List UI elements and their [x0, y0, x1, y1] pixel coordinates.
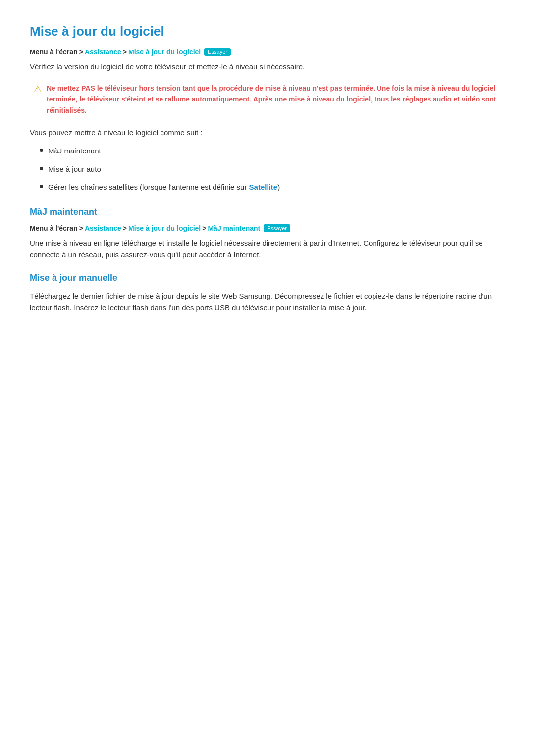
warning-text: Ne mettez PAS le téléviseur hors tension…	[47, 83, 505, 116]
feature-list: MàJ maintenant Mise à jour auto Gérer le…	[40, 146, 505, 193]
list-item-maj-text: MàJ maintenant	[48, 146, 101, 157]
list-item-auto-text: Mise à jour auto	[48, 164, 101, 175]
s1-breadcrumb-menu-label: Menu à l'écran	[30, 224, 78, 232]
breadcrumb-assistance-link[interactable]: Assistance	[85, 48, 121, 56]
section1-text: Une mise à niveau en ligne télécharge et…	[30, 237, 505, 261]
s1-breadcrumb-logiciel-link[interactable]: Mise à jour du logiciel	[128, 224, 201, 232]
breadcrumb-main: Menu à l'écran > Assistance > Mise à jou…	[30, 48, 505, 56]
breadcrumb-menu-label: Menu à l'écran	[30, 48, 78, 56]
warning-box: ⚠ Ne mettez PAS le téléviseur hors tensi…	[30, 83, 505, 116]
page-title: Mise à jour du logiciel	[30, 24, 505, 39]
s1-breadcrumb-sep3: >	[202, 224, 206, 232]
section1-heading: MàJ maintenant	[30, 207, 505, 217]
list-item-auto: Mise à jour auto	[40, 164, 505, 175]
satellite-text-after: )	[277, 183, 280, 191]
s1-breadcrumb-sep2: >	[123, 224, 127, 232]
list-intro: Vous pouvez mettre à niveau le logiciel …	[30, 127, 505, 139]
bullet-dot-3	[40, 185, 43, 188]
satellite-text-before: Gérer les chaînes satellites (lorsque l'…	[48, 183, 249, 191]
section2-text: Téléchargez le dernier fichier de mise à…	[30, 290, 505, 314]
warning-icon: ⚠	[34, 84, 42, 95]
satellite-link[interactable]: Satellite	[249, 183, 278, 191]
essayer-badge-section1[interactable]: Essayer	[264, 224, 290, 232]
breadcrumb-sep2: >	[123, 48, 127, 56]
breadcrumb-section1: Menu à l'écran > Assistance > Mise à jou…	[30, 224, 505, 232]
s1-breadcrumb-current: MàJ maintenant	[208, 224, 260, 232]
bullet-dot-2	[40, 167, 43, 170]
list-item-maj: MàJ maintenant	[40, 146, 505, 157]
s1-breadcrumb-sep1: >	[79, 224, 83, 232]
intro-text: Vérifiez la version du logiciel de votre…	[30, 61, 505, 73]
breadcrumb-current-page: Mise à jour du logiciel	[128, 48, 201, 56]
breadcrumb-sep1: >	[79, 48, 83, 56]
essayer-badge-main[interactable]: Essayer	[204, 48, 231, 56]
section2-heading: Mise à jour manuelle	[30, 273, 505, 283]
bullet-dot-1	[40, 149, 43, 152]
s1-breadcrumb-assistance-link[interactable]: Assistance	[85, 224, 121, 232]
list-item-satellite: Gérer les chaînes satellites (lorsque l'…	[40, 182, 505, 193]
list-item-satellite-text: Gérer les chaînes satellites (lorsque l'…	[48, 182, 280, 193]
